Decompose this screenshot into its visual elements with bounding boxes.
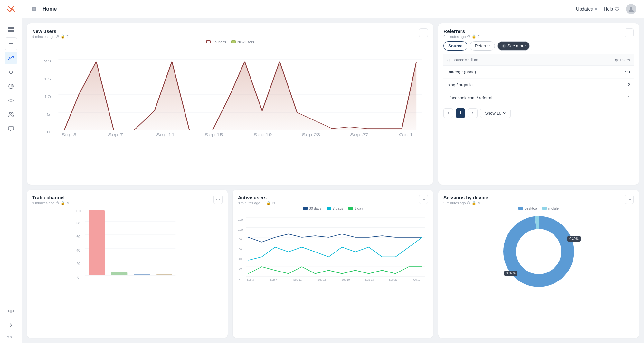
sessions-legend: desktop mobile: [443, 206, 634, 210]
svg-text:Sep 7: Sep 7: [108, 133, 123, 137]
prev-page-button[interactable]: ‹: [443, 108, 453, 118]
svg-rect-15: [32, 7, 34, 9]
svg-text:15: 15: [44, 77, 51, 81]
table-row: l.facebook.com / referral 1: [443, 91, 634, 104]
pie-icon[interactable]: [5, 80, 17, 93]
chevron-down-icon: [503, 111, 506, 115]
svg-text:60: 60: [76, 235, 80, 239]
page-title: Home: [43, 6, 57, 12]
page-1-button[interactable]: 1: [456, 108, 465, 118]
new-users-chart: 0 5 10 15 20 Sep 3 Sep 7 Sep 11 Sep 15: [32, 46, 428, 137]
source-value: bing / organic: [443, 79, 577, 91]
desktop-color: [518, 207, 523, 210]
au-lock-icon: 🔒: [266, 201, 271, 205]
users-value: 1: [577, 91, 634, 104]
au-refresh-icon: ↻: [272, 201, 275, 205]
1day-legend: 1 day: [348, 206, 363, 210]
main-content: Home Updates Help: [22, 0, 644, 343]
help-button[interactable]: Help: [604, 6, 620, 12]
bounces-legend-label: Bounces: [212, 40, 226, 44]
grid-icon[interactable]: [5, 23, 17, 36]
1day-color: [348, 207, 353, 210]
svg-rect-53: [111, 272, 127, 275]
heart-icon: [614, 6, 620, 12]
svg-text:0: 0: [239, 277, 240, 280]
svg-text:10: 10: [44, 95, 51, 99]
newusers-legend-label: New users: [237, 40, 254, 44]
pagination: ‹ 1 › Show 10: [443, 108, 634, 118]
lock-icon: 🔒: [61, 34, 65, 39]
trafic-header: Trafic channel 9 minutes ago ⏱ 🔒 ↻ ⋯: [32, 195, 223, 205]
new-users-menu-button[interactable]: ⋯: [419, 28, 428, 37]
users-icon[interactable]: [5, 108, 17, 121]
version-text: 2.0.0: [7, 336, 14, 339]
svg-text:Sep 27: Sep 27: [350, 133, 368, 137]
active-users-subtitle: 9 minutes ago ⏱ 🔒 ↻: [238, 201, 275, 205]
7days-color: [327, 207, 331, 210]
referrer-tab[interactable]: Referrer: [470, 41, 495, 51]
mobile-legend: mobile: [542, 206, 559, 210]
add-icon[interactable]: [5, 37, 17, 50]
svg-rect-18: [34, 9, 36, 11]
trafic-refresh-icon: ↻: [66, 201, 69, 205]
svg-text:Sep 7: Sep 7: [270, 278, 277, 281]
sessions-by-device-card: Sessions by device 9 minutes ago ⏱ 🔒 ↻ ⋯…: [438, 190, 639, 338]
table-row: (direct) / (none) 99: [443, 66, 634, 79]
svg-point-80: [519, 232, 558, 271]
desktop-label: desktop: [525, 206, 537, 210]
home-grid-icon: [30, 5, 39, 14]
new-users-header: New users 9 minutes ago ⏱ 🔒 ↻ ⋯: [32, 28, 428, 39]
show-label: Show 10: [485, 111, 501, 116]
col-source: ga:sourceMedium: [443, 54, 577, 66]
active-users-card: Active users 9 minutes ago ⏱ 🔒 ↻ ⋯ 30 da…: [233, 190, 433, 338]
settings-icon[interactable]: [5, 94, 17, 107]
trafic-clock-icon: ⏱: [56, 201, 59, 205]
source-tab[interactable]: Source: [443, 41, 467, 51]
svg-text:Sep 3: Sep 3: [247, 278, 254, 281]
svg-text:0: 0: [47, 130, 50, 134]
ref-clock-icon: ⏱: [467, 35, 470, 39]
mobile-color: [542, 207, 547, 210]
svg-text:Sep 27: Sep 27: [389, 278, 398, 281]
eye-icon[interactable]: [5, 305, 17, 318]
active-users-menu-button[interactable]: ⋯: [419, 195, 428, 204]
bounces-legend-color: [206, 40, 211, 43]
expand-icon[interactable]: [5, 319, 17, 332]
ref-lock-icon: 🔒: [472, 34, 476, 39]
svg-point-9: [9, 112, 11, 114]
sessions-menu-button[interactable]: ⋯: [625, 195, 634, 204]
sidebar: 2.0.0: [0, 0, 22, 343]
bounces-legend-item: Bounces: [206, 40, 226, 44]
svg-text:Sep 23: Sep 23: [302, 133, 320, 137]
analytics-icon[interactable]: [5, 52, 17, 64]
show-count-button[interactable]: Show 10: [480, 109, 511, 118]
1day-label: 1 day: [355, 206, 363, 210]
clock-icon: ⏱: [56, 35, 59, 39]
trafic-menu-button[interactable]: ⋯: [213, 195, 223, 204]
chat-icon[interactable]: [5, 122, 17, 135]
trafic-title: Trafic channel: [32, 195, 69, 200]
next-page-button[interactable]: ›: [468, 108, 478, 118]
referrers-card: Referrers 9 minutes ago ⏱ 🔒 ↻ ⋯ Source R…: [438, 23, 639, 185]
referrers-table: ga:sourceMedium ga:users (direct) / (non…: [443, 54, 634, 104]
svg-text:100: 100: [238, 228, 243, 231]
svg-point-14: [10, 310, 12, 312]
svg-rect-52: [89, 210, 105, 275]
svg-rect-16: [34, 7, 36, 9]
plug-icon[interactable]: [5, 66, 17, 79]
see-more-button[interactable]: See more: [497, 41, 530, 51]
svg-text:Sep 3: Sep 3: [61, 133, 76, 137]
svg-point-8: [10, 100, 12, 101]
30days-legend: 30 days: [303, 206, 322, 210]
referrers-menu-button[interactable]: ⋯: [625, 28, 634, 37]
updates-button[interactable]: Updates: [576, 6, 597, 12]
table-row: bing / organic 2: [443, 79, 634, 91]
newusers-legend-color: [231, 40, 236, 43]
trafic-chart: 0 20 40 60 80 100: [32, 208, 223, 282]
au-clock-icon: ⏱: [261, 201, 265, 205]
avatar[interactable]: [626, 4, 636, 14]
svg-rect-0: [8, 27, 11, 29]
7days-legend: 7 days: [327, 206, 343, 210]
topbar: Home Updates Help: [22, 0, 644, 18]
sessions-title: Sessions by device: [443, 195, 488, 200]
